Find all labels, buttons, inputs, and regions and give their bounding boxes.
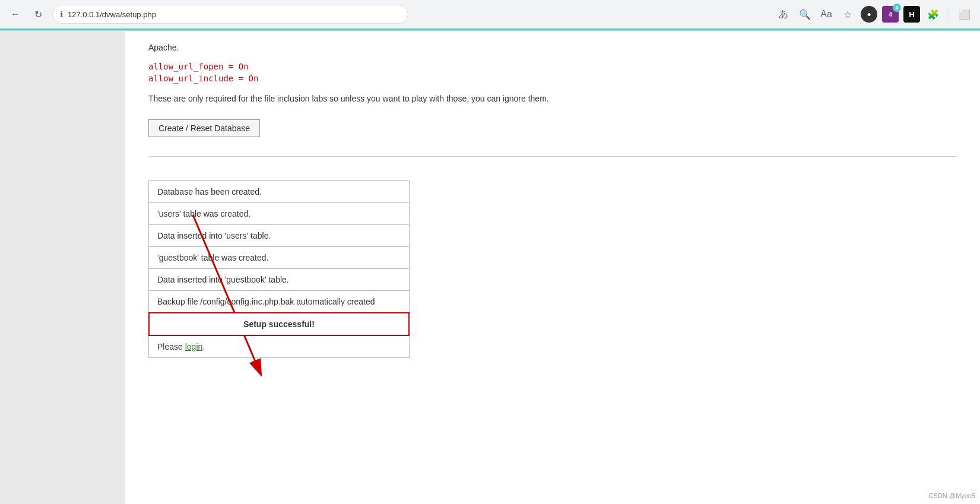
- result-box-6: Backup file /config/config.inc.php.bak a…: [148, 290, 410, 313]
- reading-mode-icon[interactable]: あ: [775, 6, 792, 23]
- profile-icon[interactable]: ●: [861, 6, 877, 23]
- extensions-icon[interactable]: 🧩: [925, 6, 941, 23]
- result-box-2: 'users' table was created.: [148, 202, 410, 225]
- result-box-4: 'guestbook' table was created.: [148, 246, 410, 269]
- split-view-icon[interactable]: ⬜: [956, 6, 973, 23]
- favorites-icon[interactable]: ☆: [839, 6, 856, 23]
- zoom-icon[interactable]: 🔍: [797, 6, 813, 23]
- h-extension-icon[interactable]: H: [903, 6, 920, 23]
- login-box: Please login.: [148, 335, 410, 358]
- extension-icon[interactable]: 4 4: [882, 6, 899, 23]
- font-icon[interactable]: Aa: [818, 6, 835, 23]
- main-content: Apache. allow_url_fopen = On allow_url_i…: [125, 31, 980, 504]
- refresh-button[interactable]: ↻: [30, 6, 46, 23]
- toolbar-divider: [949, 8, 949, 20]
- sidebar: [0, 31, 125, 504]
- code-line-1: allow_url_fopen = On: [148, 62, 956, 71]
- apache-text: Apache.: [148, 43, 956, 52]
- result-box-3: Data inserted into 'users' table.: [148, 224, 410, 247]
- setup-success-box: Setup successful!: [148, 312, 410, 336]
- security-info-icon: ℹ: [60, 9, 63, 19]
- login-suffix: .: [202, 342, 205, 351]
- login-link[interactable]: login: [185, 342, 203, 351]
- back-button[interactable]: ←: [7, 6, 24, 23]
- url-text: 127.0.0.1/dvwa/setup.php: [68, 10, 156, 19]
- info-text: These are only required for the file inc…: [148, 93, 956, 105]
- result-box-1: Database has been created.: [148, 180, 410, 203]
- watermark: CSDN @Myon5: [929, 492, 975, 499]
- back-icon: ←: [11, 9, 20, 20]
- login-prefix: Please: [157, 342, 185, 351]
- create-reset-database-button[interactable]: Create / Reset Database: [148, 119, 260, 137]
- separator: [148, 156, 956, 157]
- address-bar[interactable]: ℹ 127.0.0.1/dvwa/setup.php: [52, 5, 408, 24]
- code-line-2: allow_url_include = On: [148, 74, 956, 83]
- refresh-icon: ↻: [34, 9, 42, 20]
- result-box-5: Data inserted into 'guestbook' table.: [148, 268, 410, 291]
- result-boxes-container: Database has been created. 'users' table…: [148, 180, 410, 357]
